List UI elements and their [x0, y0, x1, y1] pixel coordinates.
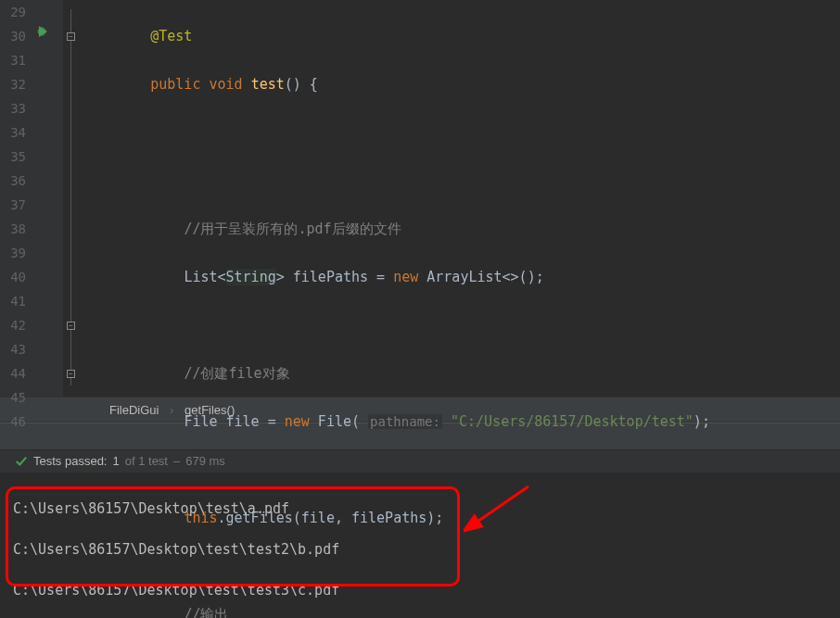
fold-marker-icon[interactable]: − [67, 32, 75, 41]
check-icon [15, 455, 28, 468]
code-text: File( [310, 413, 368, 430]
line-number: 37 [0, 193, 26, 217]
breadcrumb-method[interactable]: getFiles() [185, 403, 235, 417]
line-number: 40 [0, 265, 26, 289]
keyword: new [285, 413, 310, 430]
tests-dash: – [173, 450, 180, 473]
parameter-hint: pathname: [368, 414, 442, 429]
tests-duration: 679 ms [185, 450, 225, 473]
line-number: 45 [0, 385, 26, 410]
line-number: 42 [0, 313, 26, 337]
line-number: 41 [0, 289, 26, 313]
line-number: 38 [0, 217, 26, 241]
comment: //用于呈装所有的.pdf后缀的文件 [184, 221, 401, 237]
line-number: 44 [0, 361, 26, 385]
method-name: test [251, 76, 285, 93]
code-content[interactable]: @Test public void test() { //用于呈装所有的.pdf… [80, 0, 840, 397]
comment: //输出 [184, 606, 228, 618]
code-text: (file, filePaths); [293, 510, 444, 526]
fold-marker-icon[interactable]: − [67, 370, 75, 378]
line-numbers: 29 30 31 32 33 34 35 36 37 38 39 40 41 4… [0, 0, 30, 397]
code-text [442, 413, 451, 430]
gutter: 29 30 31 32 33 34 35 36 37 38 39 40 41 4… [0, 0, 63, 397]
code-text: ); [694, 413, 710, 430]
line-number: 29 [0, 0, 26, 24]
line-number: 34 [0, 120, 26, 145]
line-number: 35 [0, 145, 26, 169]
fold-marker-icon[interactable]: − [67, 322, 75, 330]
keyword: new [393, 269, 418, 285]
line-number: 46 [0, 410, 26, 434]
line-number: 33 [0, 96, 26, 120]
tests-passed-count: 1 [113, 450, 120, 473]
keyword: public [150, 76, 200, 93]
tests-total: of 1 test [125, 450, 168, 473]
code-text: () { [285, 76, 318, 93]
keyword: void [209, 76, 242, 93]
gutter-icons [30, 0, 63, 397]
line-number: 30 [0, 24, 26, 48]
code-text: ArrayList<>(); [418, 269, 543, 285]
line-number: 36 [0, 169, 26, 193]
chevron-right-icon: › [170, 403, 173, 417]
fold-column[interactable]: − − − [63, 0, 80, 397]
tests-passed-label: Tests passed: [33, 450, 108, 473]
line-number: 43 [0, 337, 26, 361]
string-literal: "C:/Users/86157/Desktop/test" [451, 413, 694, 430]
breadcrumb-class[interactable]: FileDiGui [109, 403, 159, 417]
run-test-icon[interactable] [35, 24, 50, 42]
code-text: List< [184, 269, 225, 285]
annotation: @Test [150, 28, 192, 44]
code-text: > filePaths = [276, 269, 393, 285]
code-text: String [226, 269, 276, 285]
line-number: 32 [0, 72, 26, 96]
code-editor[interactable]: 29 30 31 32 33 34 35 36 37 38 39 40 41 4… [0, 0, 840, 397]
line-number: 31 [0, 48, 26, 72]
comment: //创建file对象 [184, 365, 289, 382]
line-number: 39 [0, 241, 26, 265]
